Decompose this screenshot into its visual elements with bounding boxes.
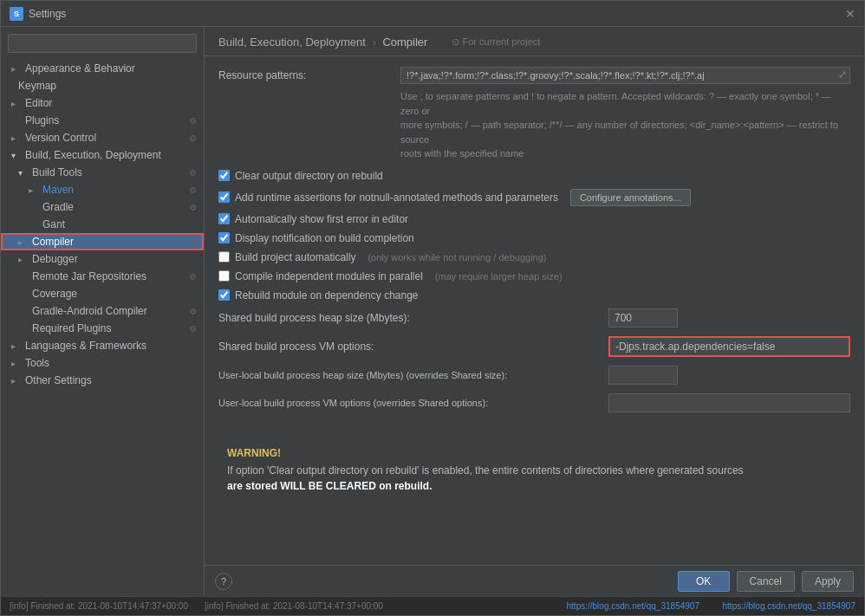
settings-icon: ⚙ [189,168,197,178]
vm-options-row: Shared build process VM options: [218,336,850,357]
checkbox-add-runtime-label: Add runtime assertions for notnull-annot… [235,191,558,204]
breadcrumb-2: Compiler [382,36,427,49]
checkbox-clear-output-row: Clear output directory on rebuild [218,170,850,182]
main-panel: Build, Execution, Deployment › Compiler … [205,27,864,596]
sidebar-item-languages[interactable]: ▸ Languages & Frameworks [1,337,204,354]
sidebar-item-gradle-android[interactable]: ▸ Gradle-Android Compiler ⚙ [1,302,204,320]
warning-text: If option 'Clear output directory on reb… [227,463,842,494]
help-button[interactable]: ? [215,573,232,590]
heap-size-row: Shared build process heap size (Mbytes): [218,308,850,327]
checkbox-add-runtime[interactable] [218,191,230,203]
arrow-icon: ▸ [11,341,22,351]
vm-options-label: Shared build process VM options: [218,340,600,353]
status-bar: [info] Finished at: 2021-08-10T14:47:37+… [1,596,864,615]
checkbox-rebuild-module-row: Rebuild module on dependency change [218,289,850,302]
warning-box: WARNING! If option 'Clear output directo… [218,438,850,503]
user-vm-label: User-local build process VM options (ove… [218,398,600,408]
sidebar-item-editor[interactable]: ▸ Editor [1,94,204,112]
breadcrumb-arrow: › [372,36,375,49]
settings-icon: ⚙ [189,272,197,282]
arrow-icon: ▸ [11,99,22,108]
sidebar-item-label: Required Plugins [32,322,111,334]
status-bar-link[interactable]: https://blog.csdn.net/qq_31854907 [723,601,855,611]
sidebar-item-build-exec[interactable]: ▾ Build, Execution, Deployment [1,146,204,164]
sidebar-item-debugger[interactable]: ▸ Debugger [1,250,204,268]
sidebar-item-label: Gant [42,218,65,230]
user-heap-label: User-local build process heap size (Mbyt… [218,370,600,380]
sidebar-item-gradle[interactable]: ▸ Gradle ⚙ [1,198,204,216]
checkbox-clear-output-label: Clear output directory on rebuild [235,170,383,182]
main-header: Build, Execution, Deployment › Compiler … [205,27,864,56]
hint-text-2: more symbols; / — path separator; /**/ —… [400,118,850,146]
warning-text-1: If option 'Clear output directory on reb… [227,464,744,477]
sidebar-item-label: Remote Jar Repositories [32,270,146,282]
title-bar: S Settings ✕ [1,1,864,27]
settings-icon: ⚙ [189,237,197,247]
checkbox-build-project[interactable] [218,251,230,263]
sidebar-item-build-tools[interactable]: ▾ Build Tools ⚙ [1,164,204,181]
ok-button[interactable]: OK [678,571,730,592]
close-button[interactable]: ✕ [845,7,855,21]
expand-button[interactable]: ⤢ [836,68,849,81]
window-title: Settings [29,8,66,20]
sidebar-item-label: Other Settings [25,374,92,386]
checkbox-compile-independent-label: Compile independent modules in parallel [235,270,423,282]
checkbox-compile-independent[interactable] [218,270,230,282]
sidebar-item-remote-jar[interactable]: ▸ Remote Jar Repositories ⚙ [1,268,204,285]
checkbox-rebuild-module[interactable] [218,289,230,301]
sidebar: ▸ Appearance & Behavior Keymap ▸ Editor … [1,27,205,596]
sidebar-item-compiler[interactable]: ▸ Compiler ⚙ [1,233,204,250]
sidebar-item-label: Version Control [25,132,96,144]
checkbox-display-notify-row: Display notification on build completion [218,232,850,244]
sidebar-item-label: Keymap [18,80,56,92]
checkbox-add-runtime-row: Add runtime assertions for notnull-annot… [218,189,850,206]
sidebar-item-label: Coverage [32,288,77,300]
sidebar-item-label: Editor [25,97,52,109]
sidebar-item-required-plugins[interactable]: ▸ Required Plugins ⚙ [1,320,204,337]
sidebar-item-tools[interactable]: ▸ Tools [1,354,204,372]
sidebar-item-other-settings[interactable]: ▸ Other Settings [1,372,204,389]
sidebar-item-gant[interactable]: ▸ Gant [1,216,204,233]
checkbox-display-notify[interactable] [218,232,230,243]
settings-icon: ⚙ [189,133,197,143]
cancel-button[interactable]: Cancel [737,571,795,592]
sidebar-item-coverage[interactable]: ▸ Coverage [1,285,204,302]
compile-independent-note: (may require larger heap size) [435,271,563,282]
resource-patterns-input[interactable] [400,67,850,84]
user-heap-input[interactable] [608,366,678,385]
bottom-bar: ? [info] Finished at: 2021-08-10T14:47:3… [205,565,864,596]
sidebar-item-version-control[interactable]: ▸ Version Control ⚙ [1,129,204,146]
title-bar-left: S Settings [10,7,66,21]
settings-icon: ⚙ [189,203,197,212]
arrow-icon: ▸ [18,255,29,264]
warning-text-2: are stored WILL BE CLEARED on rebuild. [227,480,432,492]
project-label: ⊙ For current project [452,36,540,48]
configure-annotations-button[interactable]: Configure annotations... [570,189,691,206]
warning-title: WARNING! [227,447,842,459]
apply-button[interactable]: Apply [802,571,854,592]
checkbox-auto-show-label: Automatically show first error in editor [235,213,408,225]
user-heap-row: User-local build process heap size (Mbyt… [218,366,850,385]
heap-size-label: Shared build process heap size (Mbytes): [218,312,600,324]
resource-patterns-label: Resource patterns: [218,69,392,81]
search-input[interactable] [8,34,197,53]
sidebar-item-label: Gradle [42,201,74,213]
app-icon: S [10,7,23,21]
sidebar-item-plugins[interactable]: ▸ Plugins ⚙ [1,112,204,129]
settings-icon: ⚙ [189,307,197,316]
checkbox-build-project-row: Build project automatically (only works … [218,251,850,263]
sidebar-item-keymap[interactable]: Keymap [1,77,204,94]
sidebar-item-appearance[interactable]: ▸ Appearance & Behavior [1,60,204,77]
build-project-note: (only works while not running / debuggin… [367,252,546,263]
sidebar-item-label: Languages & Frameworks [25,340,146,352]
settings-icon: ⚙ [189,185,197,195]
heap-size-input[interactable] [608,308,678,327]
checkbox-auto-show-row: Automatically show first error in editor [218,213,850,225]
resource-patterns-row: Resource patterns: ⤢ [218,67,850,84]
vm-options-input[interactable] [608,336,850,357]
sidebar-item-label: Build Tools [32,166,82,178]
sidebar-item-maven[interactable]: ▸ Maven ⚙ [1,181,204,198]
user-vm-input[interactable] [608,393,850,412]
checkbox-auto-show[interactable] [218,213,230,224]
checkbox-clear-output[interactable] [218,170,230,181]
